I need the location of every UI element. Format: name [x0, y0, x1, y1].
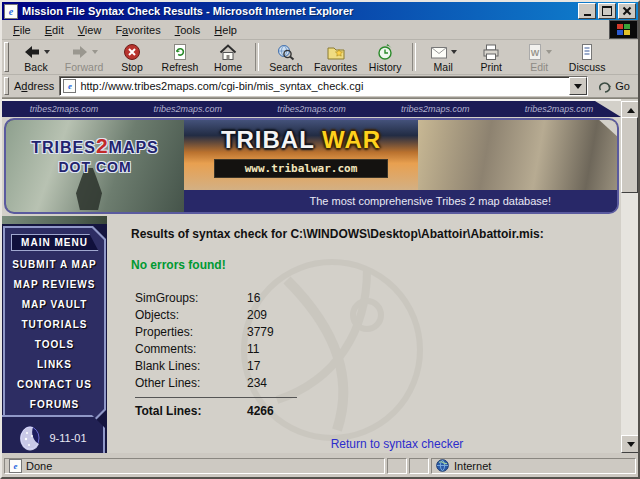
tribalwar-ad-banner[interactable]: TRIBAL WAR www.tribalwar.com — [184, 120, 418, 190]
sidebar-item-contact-us[interactable]: CONTACT US — [5, 375, 104, 395]
vertical-scrollbar[interactable] — [621, 101, 638, 453]
close-button[interactable] — [618, 3, 636, 19]
tribalwar-ad-url: www.tribalwar.com — [214, 159, 388, 178]
go-button[interactable]: Go — [594, 78, 634, 94]
menu-view[interactable]: View — [71, 22, 109, 38]
menu-edit[interactable]: Edit — [38, 22, 71, 38]
status-text: Done — [26, 460, 52, 472]
page-body: MAIN MENU SUBMIT A MAP MAP REVIEWS MAP V… — [2, 216, 621, 453]
results-content: Results of syntax check for C:\WINDOWS\D… — [107, 216, 621, 453]
total-lines-row: Total Lines: 4266 — [135, 404, 621, 418]
link-tribes2maps-1[interactable]: tribes2maps.com — [30, 104, 99, 114]
globe-icon — [436, 459, 449, 472]
return-link-wrap: Return to syntax checker — [232, 437, 562, 451]
stats-table: SimGroups:16 Objects:209 Properties:3779… — [135, 289, 621, 391]
scrollbar-thumb[interactable] — [621, 117, 638, 193]
sidebar-header-main-menu[interactable]: MAIN MENU — [11, 234, 99, 251]
discuss-button[interactable]: Discuss — [563, 42, 611, 73]
logo-dotcom: DOT COM — [6, 159, 184, 175]
linkbar-corner-cut — [595, 101, 621, 117]
stat-label: Blank Lines: — [135, 359, 247, 373]
stop-button[interactable]: Stop — [108, 42, 156, 73]
stat-value: 234 — [247, 376, 267, 390]
edit-button[interactable]: W Edit — [515, 42, 563, 73]
scroll-up-icon — [627, 108, 635, 113]
sidebar-item-forums[interactable]: FORUMS — [5, 395, 104, 415]
window-title: Mission File Syntax Check Results - Micr… — [22, 5, 576, 17]
back-button[interactable]: Back — [12, 42, 60, 73]
refresh-button[interactable]: Refresh — [156, 42, 204, 73]
sidebar-item-tutorials[interactable]: TUTORIALS — [5, 315, 104, 335]
menu-help[interactable]: Help — [207, 22, 244, 38]
print-label: Print — [480, 61, 502, 73]
address-dropdown-button[interactable] — [569, 77, 587, 95]
minimize-icon — [584, 14, 591, 16]
history-button[interactable]: History — [361, 42, 409, 73]
mail-icon — [429, 43, 449, 61]
search-icon — [276, 43, 296, 61]
sidebar-item-tools[interactable]: TOOLS — [5, 335, 104, 355]
mail-dropdown-icon[interactable] — [451, 50, 457, 54]
sidebar-item-map-reviews[interactable]: MAP REVIEWS — [5, 275, 104, 295]
site-date: 9-11-01 — [49, 432, 86, 444]
site-tagline: The most comprehensive Tribes 2 map data… — [184, 190, 617, 212]
restore-icon — [602, 6, 612, 16]
stat-label: Objects: — [135, 308, 247, 322]
home-button[interactable]: Home — [204, 42, 252, 73]
forward-icon — [70, 43, 90, 61]
ad-word-war: WAR — [322, 126, 381, 153]
toolbar-separator — [255, 43, 259, 71]
forward-label: Forward — [65, 61, 104, 73]
throbber-green — [624, 24, 630, 29]
restore-button[interactable] — [598, 3, 616, 19]
link-tribes2maps-4[interactable]: tribes2maps.com — [401, 104, 470, 114]
stat-label: SimGroups: — [135, 291, 247, 305]
home-icon — [218, 43, 238, 61]
address-bar: Address e http://www.tribes2maps.com/cgi… — [2, 75, 638, 98]
link-tribes2maps-3[interactable]: tribes2maps.com — [277, 104, 346, 114]
mail-button[interactable]: Mail — [419, 42, 467, 73]
stat-row-objects: Objects:209 — [135, 306, 621, 323]
return-to-syntax-checker-link[interactable]: Return to syntax checker — [331, 437, 464, 451]
stat-label: Properties: — [135, 325, 247, 339]
forward-dropdown-icon[interactable] — [92, 50, 98, 54]
link-tribes2maps-5[interactable]: tribes2maps.com — [525, 104, 594, 114]
sidebar-scene-image — [2, 216, 107, 224]
favorites-button[interactable]: Favorites — [310, 42, 361, 73]
search-button[interactable]: Search — [262, 42, 310, 73]
menu-file[interactable]: File — [6, 22, 38, 38]
menu-favorites[interactable]: Favorites — [108, 22, 167, 38]
stat-row-other-lines: Other Lines:234 — [135, 374, 621, 391]
sidebar-menu-panel: MAIN MENU SUBMIT A MAP MAP REVIEWS MAP V… — [3, 226, 106, 423]
back-dropdown-icon[interactable] — [44, 50, 50, 54]
back-icon — [22, 43, 42, 61]
site-logo: TRIBES2MAPS DOT COM — [6, 120, 184, 212]
stat-row-comments: Comments:11 — [135, 340, 621, 357]
address-url: http://www.tribes2maps.com/cgi-bin/mis_s… — [80, 80, 569, 92]
tribalwar-ad-title: TRIBAL WAR — [184, 128, 418, 152]
forward-button[interactable]: Forward — [60, 42, 108, 73]
go-label: Go — [615, 80, 630, 92]
print-button[interactable]: Print — [467, 42, 515, 73]
discuss-icon — [578, 43, 596, 61]
menu-tools[interactable]: Tools — [168, 22, 208, 38]
back-label: Back — [24, 61, 47, 73]
sidebar-item-map-vault[interactable]: MAP VAULT — [5, 295, 104, 315]
sidebar-item-submit-a-map[interactable]: SUBMIT A MAP — [5, 255, 104, 275]
address-input[interactable]: e http://www.tribes2maps.com/cgi-bin/mis… — [59, 76, 588, 96]
edit-dropdown-icon[interactable] — [546, 50, 552, 54]
sidebar-item-links[interactable]: LINKS — [5, 355, 104, 375]
home-label: Home — [214, 61, 242, 73]
scroll-down-icon — [627, 442, 635, 447]
link-tribes2maps-2[interactable]: tribes2maps.com — [153, 104, 222, 114]
toolbar: Back Forward Stop Refresh Home Search Fa… — [2, 40, 638, 75]
history-icon — [375, 43, 395, 61]
ie-throbber-icon — [609, 20, 638, 39]
go-icon — [598, 79, 612, 93]
addressbar-handle[interactable] — [4, 77, 9, 95]
favorites-label: Favorites — [314, 61, 357, 73]
stat-value: 17 — [247, 359, 260, 373]
toolbar-handle[interactable] — [4, 42, 9, 72]
scroll-down-button[interactable] — [621, 435, 638, 453]
minimize-button[interactable] — [578, 3, 596, 19]
